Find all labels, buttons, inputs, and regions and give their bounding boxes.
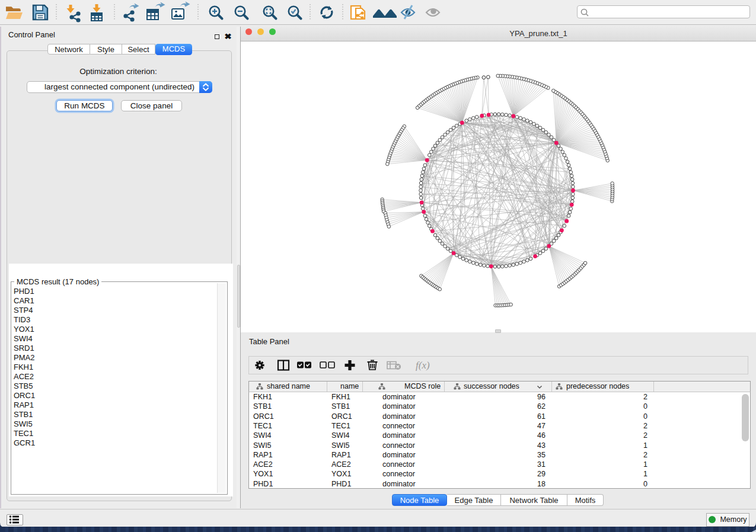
svg-text:f(x): f(x) bbox=[416, 360, 430, 371]
